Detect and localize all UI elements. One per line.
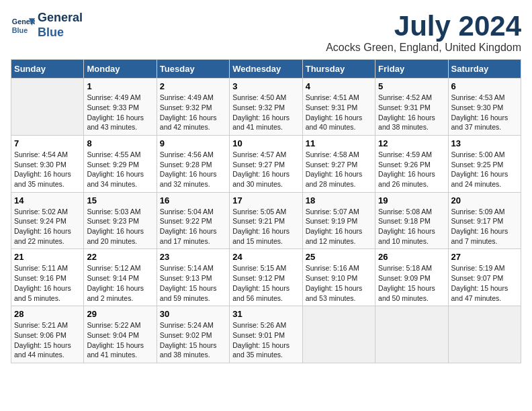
day-number: 12 — [378, 138, 445, 148]
day-number: 18 — [306, 195, 372, 205]
day-info: Sunrise: 5:03 AM Sunset: 9:23 PM Dayligh… — [87, 207, 153, 246]
calendar-cell: 19Sunrise: 5:08 AM Sunset: 9:18 PM Dayli… — [375, 192, 448, 249]
calendar-cell: 29Sunrise: 5:22 AM Sunset: 9:04 PM Dayli… — [84, 306, 157, 363]
day-number: 6 — [451, 81, 518, 91]
day-info: Sunrise: 5:26 AM Sunset: 9:01 PM Dayligh… — [232, 320, 299, 360]
day-info: Sunrise: 5:21 AM Sunset: 9:06 PM Dayligh… — [14, 320, 81, 360]
logo-icon: General Blue — [11, 13, 35, 38]
day-info: Sunrise: 5:16 AM Sunset: 9:10 PM Dayligh… — [306, 263, 372, 303]
day-info: Sunrise: 4:52 AM Sunset: 9:31 PM Dayligh… — [378, 93, 445, 132]
day-info: Sunrise: 4:55 AM Sunset: 9:29 PM Dayligh… — [87, 150, 153, 189]
day-info: Sunrise: 5:14 AM Sunset: 9:13 PM Dayligh… — [160, 263, 226, 303]
column-header-monday: Monday — [84, 60, 157, 79]
day-number: 20 — [451, 195, 518, 205]
day-number: 21 — [14, 252, 81, 262]
day-number: 10 — [232, 138, 299, 148]
calendar-cell: 23Sunrise: 5:14 AM Sunset: 9:13 PM Dayli… — [157, 249, 229, 306]
day-info: Sunrise: 5:19 AM Sunset: 9:07 PM Dayligh… — [451, 263, 518, 303]
day-info: Sunrise: 4:53 AM Sunset: 9:30 PM Dayligh… — [451, 93, 518, 132]
day-info: Sunrise: 5:11 AM Sunset: 9:16 PM Dayligh… — [14, 263, 81, 303]
calendar-cell — [11, 79, 84, 136]
title-area: July 2024 Acocks Green, England, United … — [326, 11, 521, 54]
day-number: 16 — [160, 195, 226, 205]
calendar-cell: 8Sunrise: 4:55 AM Sunset: 9:29 PM Daylig… — [84, 135, 157, 192]
calendar-cell: 10Sunrise: 4:57 AM Sunset: 9:27 PM Dayli… — [230, 135, 302, 192]
calendar-cell: 5Sunrise: 4:52 AM Sunset: 9:31 PM Daylig… — [375, 79, 448, 136]
calendar-body: 1Sunrise: 4:49 AM Sunset: 9:33 PM Daylig… — [11, 79, 521, 363]
day-number: 17 — [232, 195, 299, 205]
day-number: 3 — [232, 81, 299, 91]
day-info: Sunrise: 5:04 AM Sunset: 9:22 PM Dayligh… — [160, 207, 226, 246]
day-info: Sunrise: 4:54 AM Sunset: 9:30 PM Dayligh… — [14, 150, 81, 189]
day-number: 13 — [451, 138, 518, 148]
calendar-cell: 27Sunrise: 5:19 AM Sunset: 9:07 PM Dayli… — [448, 249, 521, 306]
day-info: Sunrise: 5:00 AM Sunset: 9:25 PM Dayligh… — [451, 150, 518, 189]
calendar-title: July 2024 — [326, 11, 521, 42]
calendar-cell: 24Sunrise: 5:15 AM Sunset: 9:12 PM Dayli… — [230, 249, 302, 306]
calendar-cell: 2Sunrise: 4:49 AM Sunset: 9:32 PM Daylig… — [157, 79, 229, 136]
calendar-cell: 6Sunrise: 4:53 AM Sunset: 9:30 PM Daylig… — [448, 79, 521, 136]
calendar-cell: 20Sunrise: 5:09 AM Sunset: 9:17 PM Dayli… — [448, 192, 521, 249]
day-number: 24 — [232, 252, 299, 262]
calendar-cell — [375, 306, 448, 363]
day-info: Sunrise: 5:05 AM Sunset: 9:21 PM Dayligh… — [232, 207, 299, 246]
day-info: Sunrise: 5:24 AM Sunset: 9:02 PM Dayligh… — [160, 320, 226, 360]
calendar-cell: 30Sunrise: 5:24 AM Sunset: 9:02 PM Dayli… — [157, 306, 229, 363]
day-number: 25 — [306, 252, 372, 262]
day-number: 5 — [378, 81, 445, 91]
calendar-header-row: SundayMondayTuesdayWednesdayThursdayFrid… — [11, 60, 521, 79]
calendar-cell: 28Sunrise: 5:21 AM Sunset: 9:06 PM Dayli… — [11, 306, 84, 363]
day-info: Sunrise: 4:59 AM Sunset: 9:26 PM Dayligh… — [378, 150, 445, 189]
day-info: Sunrise: 4:49 AM Sunset: 9:32 PM Dayligh… — [160, 93, 226, 132]
calendar-cell — [302, 306, 375, 363]
day-number: 26 — [378, 252, 445, 262]
day-info: Sunrise: 4:50 AM Sunset: 9:32 PM Dayligh… — [232, 93, 299, 132]
day-number: 4 — [306, 81, 372, 91]
calendar-cell: 3Sunrise: 4:50 AM Sunset: 9:32 PM Daylig… — [230, 79, 302, 136]
day-number: 2 — [160, 81, 226, 91]
day-info: Sunrise: 5:12 AM Sunset: 9:14 PM Dayligh… — [87, 263, 153, 303]
header: General Blue General Blue July 2024 Acoc… — [11, 11, 521, 54]
calendar-cell: 22Sunrise: 5:12 AM Sunset: 9:14 PM Dayli… — [84, 249, 157, 306]
column-header-wednesday: Wednesday — [230, 60, 302, 79]
day-info: Sunrise: 5:07 AM Sunset: 9:19 PM Dayligh… — [306, 207, 372, 246]
calendar-week-1: 1Sunrise: 4:49 AM Sunset: 9:33 PM Daylig… — [11, 79, 521, 136]
day-info: Sunrise: 4:57 AM Sunset: 9:27 PM Dayligh… — [232, 150, 299, 189]
day-number: 31 — [232, 309, 299, 319]
day-number: 15 — [87, 195, 153, 205]
day-number: 28 — [14, 309, 81, 319]
calendar-week-2: 7Sunrise: 4:54 AM Sunset: 9:30 PM Daylig… — [11, 135, 521, 192]
day-number: 11 — [306, 138, 372, 148]
calendar-cell — [448, 306, 521, 363]
calendar-cell: 1Sunrise: 4:49 AM Sunset: 9:33 PM Daylig… — [84, 79, 157, 136]
column-header-sunday: Sunday — [11, 60, 84, 79]
calendar-cell: 15Sunrise: 5:03 AM Sunset: 9:23 PM Dayli… — [84, 192, 157, 249]
day-number: 22 — [87, 252, 153, 262]
logo: General Blue General Blue — [11, 11, 83, 40]
calendar-subtitle: Acocks Green, England, United Kingdom — [326, 42, 521, 54]
calendar-cell: 12Sunrise: 4:59 AM Sunset: 9:26 PM Dayli… — [375, 135, 448, 192]
day-info: Sunrise: 4:51 AM Sunset: 9:31 PM Dayligh… — [306, 93, 372, 132]
calendar-cell: 31Sunrise: 5:26 AM Sunset: 9:01 PM Dayli… — [230, 306, 302, 363]
day-number: 23 — [160, 252, 226, 262]
day-info: Sunrise: 5:18 AM Sunset: 9:09 PM Dayligh… — [378, 263, 445, 303]
calendar-cell: 9Sunrise: 4:56 AM Sunset: 9:28 PM Daylig… — [157, 135, 229, 192]
calendar-cell: 21Sunrise: 5:11 AM Sunset: 9:16 PM Dayli… — [11, 249, 84, 306]
day-info: Sunrise: 5:09 AM Sunset: 9:17 PM Dayligh… — [451, 207, 518, 246]
day-number: 14 — [14, 195, 81, 205]
day-number: 7 — [14, 138, 81, 148]
day-number: 19 — [378, 195, 445, 205]
logo-text: General Blue — [38, 11, 83, 40]
column-header-friday: Friday — [375, 60, 448, 79]
calendar-cell: 11Sunrise: 4:58 AM Sunset: 9:27 PM Dayli… — [302, 135, 375, 192]
calendar-table: SundayMondayTuesdayWednesdayThursdayFrid… — [11, 59, 521, 363]
day-info: Sunrise: 4:49 AM Sunset: 9:33 PM Dayligh… — [87, 93, 153, 132]
day-number: 27 — [451, 252, 518, 262]
day-number: 8 — [87, 138, 153, 148]
day-info: Sunrise: 5:02 AM Sunset: 9:24 PM Dayligh… — [14, 207, 81, 246]
day-info: Sunrise: 5:22 AM Sunset: 9:04 PM Dayligh… — [87, 320, 153, 360]
calendar-week-3: 14Sunrise: 5:02 AM Sunset: 9:24 PM Dayli… — [11, 192, 521, 249]
calendar-cell: 26Sunrise: 5:18 AM Sunset: 9:09 PM Dayli… — [375, 249, 448, 306]
day-info: Sunrise: 5:15 AM Sunset: 9:12 PM Dayligh… — [232, 263, 299, 303]
calendar-week-5: 28Sunrise: 5:21 AM Sunset: 9:06 PM Dayli… — [11, 306, 521, 363]
